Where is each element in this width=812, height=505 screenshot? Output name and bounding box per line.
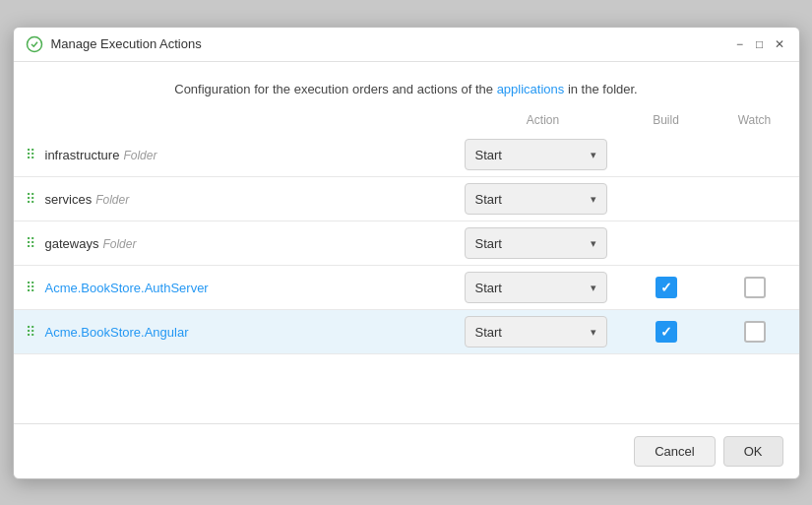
table-row: ⠿servicesFolderStart▾ bbox=[14, 177, 799, 221]
action-cell: Start▾ bbox=[465, 272, 622, 303]
minimize-button[interactable]: − bbox=[732, 36, 748, 52]
action-dropdown[interactable]: Start▾ bbox=[465, 227, 607, 259]
watch-cell bbox=[711, 277, 799, 298]
title-bar: Manage Execution Actions − □ ✕ bbox=[14, 28, 799, 62]
drag-handle[interactable]: ⠿ bbox=[14, 147, 41, 162]
window-controls: − □ ✕ bbox=[732, 36, 787, 52]
table-row: ⠿Acme.BookStore.AuthServerStart▾ bbox=[14, 266, 799, 310]
folder-name: infrastructure bbox=[45, 148, 120, 162]
chevron-down-icon: ▾ bbox=[591, 282, 596, 294]
row-name: gatewaysFolder bbox=[41, 236, 465, 251]
row-name: infrastructureFolder bbox=[41, 148, 465, 162]
action-value: Start bbox=[475, 192, 502, 207]
restore-button[interactable]: □ bbox=[752, 36, 768, 52]
action-cell: Start▾ bbox=[465, 183, 622, 215]
watch-cell bbox=[711, 321, 799, 343]
chevron-down-icon: ▾ bbox=[591, 326, 596, 339]
dialog-icon bbox=[26, 35, 43, 53]
app-link[interactable]: Acme.BookStore.Angular bbox=[45, 325, 189, 340]
action-value: Start bbox=[475, 281, 502, 295]
chevron-down-icon: ▾ bbox=[591, 149, 596, 161]
table-row: ⠿gatewaysFolderStart▾ bbox=[14, 221, 799, 266]
action-cell: Start▾ bbox=[465, 316, 622, 347]
action-dropdown[interactable]: Start▾ bbox=[465, 316, 607, 347]
chevron-down-icon: ▾ bbox=[591, 237, 596, 250]
th-drag bbox=[14, 112, 41, 127]
table-row: ⠿infrastructureFolderStart▾ bbox=[14, 133, 799, 177]
svg-point-0 bbox=[27, 36, 41, 51]
th-build: Build bbox=[622, 112, 711, 127]
description-text: Configuration for the execution orders a… bbox=[14, 62, 799, 109]
action-cell: Start▾ bbox=[465, 227, 622, 259]
build-checkbox[interactable] bbox=[656, 277, 677, 298]
desc-start: Configuration for the execution orders a… bbox=[174, 82, 496, 96]
folder-type-label: Folder bbox=[123, 149, 156, 162]
folder-type-label: Folder bbox=[102, 237, 136, 251]
row-name: Acme.BookStore.AuthServer bbox=[41, 281, 465, 295]
chevron-down-icon: ▾ bbox=[591, 193, 596, 206]
app-link[interactable]: Acme.BookStore.AuthServer bbox=[45, 281, 209, 295]
build-cell bbox=[622, 277, 711, 298]
action-dropdown[interactable]: Start▾ bbox=[465, 139, 607, 170]
action-dropdown[interactable]: Start▾ bbox=[465, 183, 607, 215]
table-row: ⠿Acme.BookStore.AngularStart▾ bbox=[14, 310, 799, 354]
watch-checkbox[interactable] bbox=[744, 277, 766, 298]
desc-end: in the folder. bbox=[564, 82, 637, 96]
folder-name: services bbox=[45, 192, 93, 207]
table-body: ⠿infrastructureFolderStart▾⠿servicesFold… bbox=[14, 133, 799, 354]
action-value: Start bbox=[475, 325, 502, 340]
drag-handle[interactable]: ⠿ bbox=[14, 191, 41, 207]
drag-handle[interactable]: ⠿ bbox=[14, 280, 41, 295]
drag-handle[interactable]: ⠿ bbox=[14, 324, 41, 340]
manage-execution-actions-dialog: Manage Execution Actions − □ ✕ Configura… bbox=[13, 27, 800, 479]
table-header: Action Build Watch bbox=[14, 108, 799, 133]
action-value: Start bbox=[475, 236, 502, 251]
th-watch: Watch bbox=[711, 112, 799, 127]
action-dropdown[interactable]: Start▾ bbox=[465, 272, 607, 303]
dialog-body: Configuration for the execution orders a… bbox=[14, 62, 799, 423]
folder-name: gateways bbox=[45, 236, 99, 251]
ok-button[interactable]: OK bbox=[723, 436, 783, 467]
cancel-button[interactable]: Cancel bbox=[634, 436, 715, 467]
action-cell: Start▾ bbox=[465, 139, 622, 170]
drag-handle[interactable]: ⠿ bbox=[14, 235, 41, 251]
close-button[interactable]: ✕ bbox=[772, 36, 787, 52]
th-name bbox=[41, 112, 465, 127]
row-name: Acme.BookStore.Angular bbox=[41, 325, 465, 340]
desc-link: applications bbox=[497, 82, 565, 96]
folder-type-label: Folder bbox=[95, 193, 129, 207]
build-cell bbox=[622, 321, 711, 343]
build-checkbox[interactable] bbox=[656, 321, 677, 343]
dialog-title: Manage Execution Actions bbox=[51, 36, 724, 51]
row-name: servicesFolder bbox=[41, 192, 465, 207]
watch-checkbox[interactable] bbox=[744, 321, 766, 343]
dialog-footer: Cancel OK bbox=[14, 423, 799, 478]
action-value: Start bbox=[475, 148, 502, 162]
th-action: Action bbox=[465, 112, 622, 127]
